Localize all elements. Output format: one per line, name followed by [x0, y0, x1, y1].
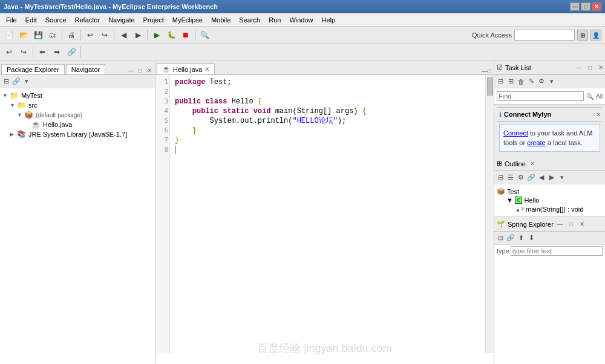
search-button[interactable]: 🔍 — [198, 28, 211, 42]
debug-button[interactable]: 🐛 — [165, 28, 178, 42]
spring-btn2[interactable]: 🔗 — [506, 233, 515, 243]
tree-menu-btn[interactable]: ▾ — [22, 77, 31, 86]
menu-search[interactable]: Search — [235, 15, 264, 25]
tab-package-explorer[interactable]: Package Explorer — [1, 64, 65, 74]
quick-access-container: Quick Access ⊞ 👤 — [468, 27, 605, 44]
spring-btn4[interactable]: ⬇ — [526, 233, 536, 243]
toolbar2-btn4[interactable]: ➡ — [50, 45, 64, 59]
tree-item-src[interactable]: ▼ 📁 src — [0, 100, 155, 110]
toolbar2-btn1[interactable]: ↩ — [2, 45, 16, 59]
menu-refactor[interactable]: Refactor — [71, 15, 104, 25]
outline-class-icon: C — [515, 197, 523, 204]
left-panel-maximize[interactable]: □ — [136, 66, 145, 74]
spring-btn3[interactable]: ⬆ — [516, 233, 526, 243]
separator-6 — [33, 47, 33, 57]
tab-navigator[interactable]: Navigator — [66, 64, 105, 74]
code-editor[interactable]: package Test; public class Hello { publi… — [170, 75, 485, 353]
left-panel-close[interactable]: ✕ — [145, 66, 154, 74]
menu-mobile[interactable]: Mobile — [208, 15, 234, 25]
outline-btn6[interactable]: ▶ — [547, 173, 557, 183]
left-panel-minimize[interactable]: — — [127, 66, 136, 74]
task-find-input[interactable] — [497, 91, 584, 101]
redo-button[interactable]: ↪ — [98, 28, 111, 42]
collapse-all-btn[interactable]: ⊟ — [1, 77, 11, 86]
spring-close-btn[interactable]: ✕ — [578, 220, 586, 229]
task-list-minimize[interactable]: — — [575, 63, 583, 72]
quick-access-btn2[interactable]: 👤 — [590, 30, 601, 41]
open-button[interactable]: 📂 — [17, 28, 30, 42]
back-button[interactable]: ◀ — [117, 28, 130, 42]
spring-minimize-btn[interactable]: — — [556, 220, 564, 229]
mylyn-create-link[interactable]: create — [527, 139, 546, 146]
menu-help[interactable]: Help — [318, 15, 339, 25]
menu-source[interactable]: Source — [42, 15, 70, 25]
task-btn6[interactable]: ▾ — [547, 77, 557, 86]
editor-min-btn[interactable]: — — [482, 68, 488, 74]
outline-filter-btn[interactable]: ☰ — [506, 173, 515, 183]
stop-button[interactable]: ⏹ — [179, 28, 192, 42]
task-list-maximize[interactable]: □ — [586, 63, 594, 72]
outline-sort-btn[interactable]: ⊟ — [495, 173, 505, 183]
mylyn-connect-link[interactable]: Connect — [503, 129, 528, 137]
maximize-button[interactable]: □ — [581, 2, 590, 11]
quick-access-input[interactable] — [514, 30, 575, 41]
quick-access-btn1[interactable]: ⊞ — [577, 30, 588, 41]
tree-label-src: src — [28, 102, 38, 109]
menu-edit[interactable]: Edit — [22, 15, 41, 25]
tree-item-hellojava[interactable]: ▶ ☕ Hello.java — [0, 120, 155, 129]
menu-navigate[interactable]: Navigate — [105, 15, 138, 25]
mylyn-close-btn[interactable]: ✕ — [594, 110, 603, 119]
tree-item-mytest[interactable]: ▼ 📁 MyTest — [0, 91, 155, 100]
save-all-button[interactable]: 🗂 — [46, 28, 59, 42]
spring-label: Spring Explorer — [508, 221, 554, 228]
task-find-area: 🔍 All ▶ Activate... — [494, 88, 605, 104]
outline-label-test: Test — [507, 188, 519, 195]
task-btn1[interactable]: ⊟ — [495, 77, 505, 86]
scrollbar-thumb[interactable] — [487, 77, 493, 96]
outline-item-main[interactable]: ● s main(String[]) : void — [497, 204, 603, 214]
outline-item-hello[interactable]: ▼ C Hello — [497, 196, 603, 204]
toolbar2-btn3[interactable]: ⬅ — [36, 45, 49, 59]
forward-button[interactable]: ▶ — [131, 28, 145, 42]
spring-maximize-btn[interactable]: □ — [567, 220, 575, 229]
spring-btn1[interactable]: ⊟ — [495, 233, 505, 243]
task-list-close[interactable]: ✕ — [597, 63, 605, 72]
new-button[interactable]: 📄 — [2, 28, 16, 42]
menu-file[interactable]: File — [2, 15, 21, 25]
outline-btn3[interactable]: ⚙ — [516, 173, 526, 183]
outline-btn5[interactable]: ◀ — [537, 173, 546, 183]
close-button[interactable]: ✕ — [592, 2, 601, 11]
undo-button[interactable]: ↩ — [83, 28, 97, 42]
outline-menu-btn[interactable]: ▾ — [557, 173, 567, 183]
save-button[interactable]: 💾 — [31, 28, 45, 42]
menu-project[interactable]: Project — [140, 15, 168, 25]
menu-window[interactable]: Window — [286, 15, 316, 25]
task-btn4[interactable]: ✎ — [526, 77, 536, 86]
editor-tab-close[interactable]: ✕ — [204, 66, 209, 73]
run-button[interactable]: ▶ — [150, 28, 163, 42]
task-btn5[interactable]: ⚙ — [537, 77, 546, 86]
link-editor-btn[interactable]: 🔗 — [11, 77, 21, 86]
spring-filter-input[interactable] — [511, 246, 603, 256]
print-button[interactable]: 🖨 — [65, 28, 78, 42]
tree-label-defaultpkg: (default package) — [36, 112, 82, 119]
task-btn3[interactable]: 🗑 — [516, 77, 526, 86]
editor-max-btn[interactable]: □ — [488, 68, 491, 74]
minimize-button[interactable]: — — [570, 2, 580, 11]
editor-tab-hello[interactable]: ☕ Hello.java ✕ — [157, 63, 215, 74]
outline-btn4[interactable]: 🔗 — [526, 173, 536, 183]
outline-close-btn[interactable]: ✕ — [528, 160, 537, 168]
editor-content[interactable]: 1 2 3 4 5 6 7 8 package Test; public cla… — [155, 75, 494, 353]
code-line-7: } — [175, 135, 480, 145]
toolbar2-btn2[interactable]: ↪ — [17, 45, 30, 59]
outline-item-test[interactable]: 📦 Test — [497, 187, 603, 196]
menu-myeclipse[interactable]: MyEclipse — [169, 15, 206, 25]
task-btn2[interactable]: ⊞ — [506, 77, 515, 86]
menu-run[interactable]: Run — [265, 15, 284, 25]
toolbar2-btn5[interactable]: 🔗 — [65, 45, 78, 59]
task-all-btn[interactable]: All — [596, 93, 603, 100]
tree-item-defaultpkg[interactable]: ▼ 📦 (default package) — [0, 110, 155, 120]
editor-scrollbar[interactable] — [485, 75, 494, 353]
task-find-search-btn[interactable]: 🔍 — [586, 93, 594, 100]
tree-item-jre[interactable]: ▶ 📚 JRE System Library [JavaSE-1.7] — [0, 129, 155, 139]
